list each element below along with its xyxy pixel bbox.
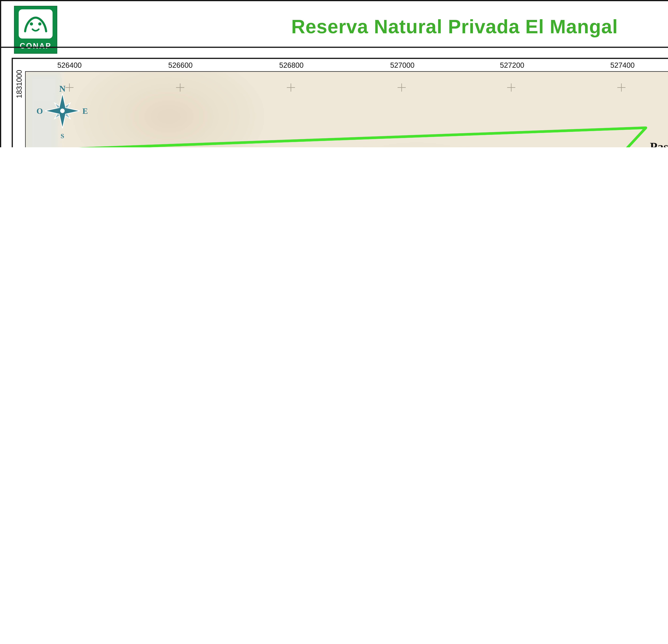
compass-n: N [59, 84, 65, 93]
compass-e: E [82, 107, 88, 115]
place-label: Paso [650, 140, 668, 147]
easting-label: 526400 [57, 61, 82, 69]
compass-w: O [36, 107, 43, 115]
header-divider [1, 47, 668, 48]
easting-label: 526800 [279, 61, 304, 69]
compass-s: S [61, 132, 64, 140]
easting-label: 527000 [390, 61, 414, 69]
jaguar-emblem-icon [20, 11, 51, 37]
protected-area-polygon [59, 128, 646, 147]
easting-label: 527400 [610, 61, 635, 69]
easting-label: 527200 [500, 61, 524, 69]
conap-emblem-icon [19, 9, 52, 38]
conap-logo: CONAP [14, 6, 57, 54]
conap-logo-text: CONAP [20, 42, 51, 50]
northing-label: 1831000 [15, 70, 24, 98]
easting-label: 526600 [168, 61, 193, 69]
map-frame: 526400 526600 526800 527000 527200 52740… [12, 58, 668, 147]
main-map: N E O S PETÉN Paso 0 0.05 0. [25, 71, 668, 147]
map-canvas: N E O S [26, 72, 668, 147]
map-title: Reserva Natural Privada El Mangal [89, 16, 668, 38]
map-sheet: CONAP Reserva Natural Privada El Mangal … [0, 0, 668, 147]
